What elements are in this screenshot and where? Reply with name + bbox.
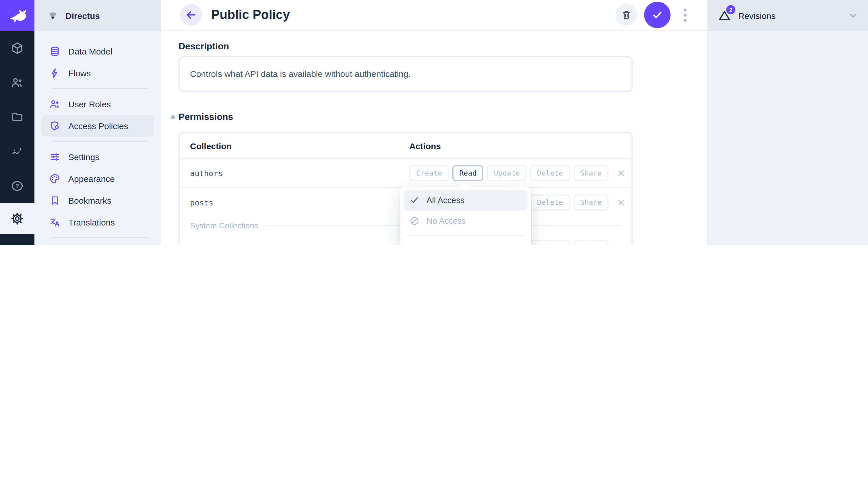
project-name: Directus: [65, 11, 100, 20]
nav-item-label: Translations: [68, 217, 115, 227]
nav-divider: [51, 88, 149, 89]
table-row-authors: authors Create Read Update Delete Share: [180, 160, 631, 188]
revisions-label: Revisions: [738, 11, 776, 20]
check-icon: [409, 195, 420, 205]
nav-item-label: Appearance: [68, 173, 115, 183]
settings-gear-icon: [10, 212, 24, 226]
action-share-button[interactable]: Share: [573, 165, 609, 181]
actions-cell: Create Read Update Delete Share: [409, 165, 626, 181]
action-share-button[interactable]: Share: [573, 240, 609, 245]
bolt-icon: [49, 67, 61, 79]
module-users[interactable]: [0, 65, 34, 100]
back-button[interactable]: [180, 4, 202, 26]
nav-sidebar: Directus Data Model Flows User Roles Acc…: [34, 0, 161, 245]
users-icon: [10, 76, 24, 90]
collection-name: directus_files: [190, 243, 409, 245]
nav-item-data-model[interactable]: Data Model: [41, 40, 154, 62]
menu-item-use-custom[interactable]: Use Custom: [404, 240, 528, 245]
revisions-header[interactable]: 2 Revisions: [708, 0, 868, 31]
column-collection: Collection: [190, 141, 409, 151]
menu-item-label: No Access: [427, 216, 466, 226]
nav-item-label: Flows: [68, 68, 91, 78]
module-insights[interactable]: [0, 134, 34, 169]
column-actions: Actions: [409, 141, 441, 151]
page-header: Public Policy: [161, 0, 707, 31]
module-files[interactable]: [0, 100, 34, 134]
nav-divider: [51, 140, 149, 142]
menu-item-label: All Access: [427, 196, 464, 205]
nav-item-bookmarks[interactable]: Bookmarks: [41, 189, 154, 211]
open-in-new-icon: [511, 244, 522, 245]
menu-item-all-access[interactable]: All Access: [404, 190, 528, 210]
module-help[interactable]: ?: [0, 169, 34, 203]
save-button[interactable]: [644, 2, 671, 28]
page-title: Public Policy: [211, 7, 290, 22]
nav-item-marketplace[interactable]: Marketplace Beta: [41, 242, 154, 245]
module-bar: ?: [0, 0, 34, 245]
files-folder-icon: [10, 110, 24, 124]
translate-icon: [49, 216, 61, 228]
chevron-down-icon: [847, 10, 859, 21]
nav-item-label: Access Policies: [68, 121, 128, 131]
close-icon: [617, 169, 626, 178]
collapse-toggle[interactable]: [847, 10, 859, 21]
remove-row-button[interactable]: [617, 243, 626, 245]
rabbit-icon: [7, 6, 27, 25]
check-icon: [651, 9, 663, 21]
nav-item-flows[interactable]: Flows: [41, 62, 154, 84]
block-icon: [409, 216, 420, 226]
description-input[interactable]: Controls what API data is available with…: [190, 68, 621, 80]
content-cube-icon: [10, 41, 24, 55]
remove-row-button[interactable]: [617, 198, 626, 207]
description-field-box: Controls what API data is available with…: [179, 56, 632, 92]
permissions-table-header: Collection Actions: [180, 133, 631, 160]
delete-button[interactable]: [615, 4, 637, 26]
nav-item-label: Data Model: [68, 46, 112, 56]
people-icon: [49, 98, 61, 110]
nav-item-label: User Roles: [68, 99, 111, 109]
action-read-button[interactable]: Read: [453, 165, 484, 181]
menu-item-no-access[interactable]: No Access: [404, 210, 528, 231]
tune-icon: [49, 151, 61, 163]
kebab-dot: [683, 13, 686, 17]
close-icon: [617, 243, 626, 245]
revisions-count-badge: 2: [726, 5, 735, 14]
bookmark-icon: [49, 194, 61, 206]
module-content[interactable]: [0, 31, 34, 65]
collection-name: authors: [190, 169, 409, 178]
nav-item-user-roles[interactable]: User Roles: [41, 93, 154, 115]
action-update-button[interactable]: Update: [487, 165, 527, 181]
more-options-button[interactable]: [677, 8, 692, 22]
svg-text:?: ?: [16, 183, 19, 189]
insights-icon: [10, 144, 24, 158]
directus-logo[interactable]: [0, 0, 34, 31]
action-create-button[interactable]: Create: [409, 165, 449, 181]
right-panel-body: [708, 31, 868, 245]
remove-row-button[interactable]: [617, 169, 626, 178]
project-status-fan-icon: [46, 9, 59, 22]
description-label-text: Description: [179, 41, 229, 52]
nav-item-label: Settings: [68, 152, 99, 162]
nav-item-label: Bookmarks: [68, 195, 112, 205]
nav-item-appearance[interactable]: Appearance: [41, 167, 154, 189]
open-custom-permissions-button[interactable]: [511, 244, 522, 245]
revisions-icon-wrap: 2: [718, 9, 732, 22]
permissions-label-text: Permissions: [179, 112, 233, 122]
database-icon: [49, 45, 61, 57]
shield-user-icon: [49, 120, 61, 132]
module-settings[interactable]: [0, 203, 34, 234]
action-share-button[interactable]: Share: [573, 195, 609, 210]
nav-item-access-policies[interactable]: Access Policies: [41, 115, 154, 136]
action-access-menu: All Access No Access Use Custom: [400, 187, 531, 245]
nav-item-translations[interactable]: Translations: [41, 211, 154, 233]
action-delete-button[interactable]: Delete: [530, 165, 570, 181]
action-delete-button[interactable]: Delete: [530, 195, 570, 210]
close-icon: [617, 198, 626, 207]
nav-item-settings[interactable]: Settings: [41, 146, 154, 167]
nav-list: Data Model Flows User Roles Access Polic…: [34, 31, 161, 245]
system-collections-label: System Collections: [190, 221, 258, 230]
directus-app: ? Directus Data Model: [0, 0, 868, 245]
project-header[interactable]: Directus: [34, 0, 161, 31]
action-delete-button[interactable]: Delete: [530, 240, 570, 245]
arrow-left-icon: [185, 9, 197, 21]
